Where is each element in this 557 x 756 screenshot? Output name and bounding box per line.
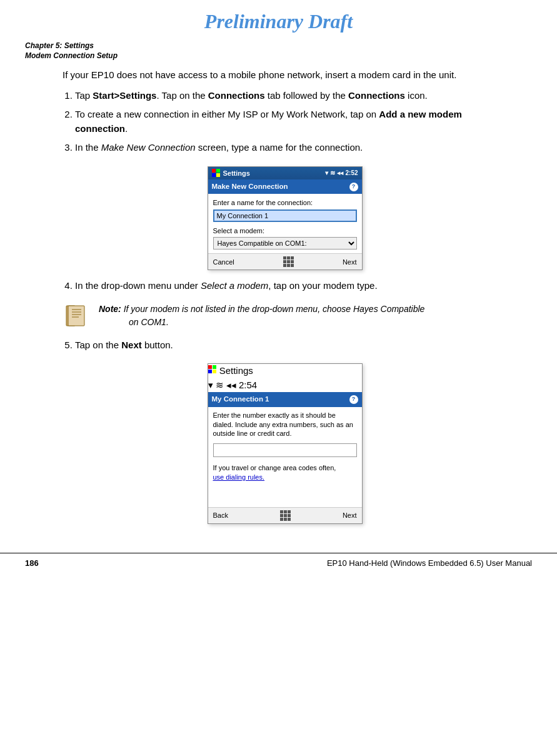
main-content: If your EP10 does not have access to a m… xyxy=(0,61,557,540)
svg-rect-0 xyxy=(212,169,216,173)
step-2: To create a new connection in either My … xyxy=(75,108,507,136)
page-number: 186 xyxy=(25,557,39,570)
windows-flag-icon-2 xyxy=(208,365,217,374)
device-screen-1: Settings ▾ ≋ ◂◂ 2:52 Make New Connection… xyxy=(208,166,363,271)
titlebar1-signal: ▾ xyxy=(325,168,328,178)
titlebar-1: Settings ▾ ≋ ◂◂ 2:52 xyxy=(208,167,362,180)
titlebar2-signal: ▾ xyxy=(208,380,213,390)
grid-icon-1[interactable] xyxy=(283,256,294,267)
screen1-input1[interactable] xyxy=(213,209,357,222)
titlebar2-volume: ◂◂ xyxy=(226,380,236,390)
book-icon xyxy=(63,302,90,330)
svg-rect-3 xyxy=(216,173,220,177)
step-5: Tap on the Next button. xyxy=(75,338,507,353)
screen1-subtitle: Make New Connection ? xyxy=(208,179,362,194)
titlebar2-wifi: ≋ xyxy=(216,380,224,390)
step-3: In the Make New Connection screen, type … xyxy=(75,141,507,155)
note-box: Note: If your modem is not listed in the… xyxy=(63,302,507,330)
screen2-footer: Back Next xyxy=(208,507,362,523)
screen1-label2: Select a modem: xyxy=(213,226,357,236)
screen2-next-btn[interactable]: Next xyxy=(343,510,357,521)
step4-container: In the drop-down menu under Select a mod… xyxy=(63,279,507,293)
help-icon-2[interactable]: ? xyxy=(349,395,358,404)
screen1-next-btn[interactable]: Next xyxy=(343,257,357,268)
screen1-cancel-btn[interactable]: Cancel xyxy=(213,257,234,268)
svg-rect-13 xyxy=(213,370,216,373)
svg-rect-12 xyxy=(208,370,212,373)
titlebar1-volume: ◂◂ xyxy=(337,168,343,178)
screenshot1-container: Settings ▾ ≋ ◂◂ 2:52 Make New Connection… xyxy=(63,166,507,271)
step-4: In the drop-down menu under Select a mod… xyxy=(75,279,507,293)
titlebar-2: Settings ▾ ≋ ◂◂ 2:54 xyxy=(208,364,362,392)
step-1: Tap Start>Settings. Tap on the Connectio… xyxy=(75,89,507,103)
svg-rect-1 xyxy=(216,169,220,173)
svg-rect-2 xyxy=(212,173,216,177)
page-title: Preliminary Draft xyxy=(0,6,557,36)
screen2-back-btn[interactable]: Back xyxy=(213,510,228,521)
titlebar2-app: Settings xyxy=(219,365,253,376)
screen1-modem-select[interactable]: Hayes Compatible on COM1: xyxy=(213,237,357,249)
device-screen-2: Settings ▾ ≋ ◂◂ 2:54 My Connection 1 ? E… xyxy=(208,363,363,523)
screen2-desc: Enter the number exactly as it should be… xyxy=(213,411,357,439)
step1-connections2: Connections xyxy=(348,90,405,101)
screen2-travel: If you travel or change area codes often… xyxy=(213,463,357,482)
screen1-footer: Cancel Next xyxy=(208,253,362,270)
screen1-body: Enter a name for the connection: Select … xyxy=(208,194,362,253)
step4-italic: Select a modem xyxy=(201,280,268,291)
titlebar2-time: 2:54 xyxy=(239,380,257,390)
section-line: Modem Connection Setup xyxy=(25,51,532,61)
screen2-dialing-rules-link[interactable]: use dialing rules. xyxy=(213,473,265,481)
note-text: Note: If your modem is not listed in the… xyxy=(99,302,424,330)
page-footer: 186 EP10 Hand-Held (Windows Embedded 6.5… xyxy=(0,553,557,573)
step5-container: Tap on the Next button. xyxy=(63,338,507,353)
screen2-subtitle: My Connection 1 ? xyxy=(208,392,362,406)
titlebar1-app: Settings xyxy=(223,168,250,179)
step1-start: Start>Settings xyxy=(93,90,156,101)
windows-flag-icon xyxy=(212,169,221,178)
step3-make-new: Make New Connection xyxy=(101,142,196,153)
titlebar1-time: 2:52 xyxy=(345,168,358,178)
help-icon-1[interactable]: ? xyxy=(349,183,358,191)
svg-rect-11 xyxy=(213,365,216,369)
screen2-body: Enter the number exactly as it should be… xyxy=(208,407,362,507)
svg-rect-10 xyxy=(208,365,212,369)
svg-rect-5 xyxy=(68,306,84,326)
page-header: Preliminary Draft xyxy=(0,0,557,39)
titlebar1-wifi: ≋ xyxy=(330,168,335,178)
step5-next: Next xyxy=(121,340,142,350)
step1-connections1: Connections xyxy=(208,90,265,101)
note-label: Note: xyxy=(99,304,121,314)
screenshot2-container: Settings ▾ ≋ ◂◂ 2:54 My Connection 1 ? E… xyxy=(63,363,507,523)
chapter-info: Chapter 5: Settings Modem Connection Set… xyxy=(0,39,557,61)
footer-text: EP10 Hand-Held (Windows Embedded 6.5) Us… xyxy=(327,557,532,570)
screen1-label1: Enter a name for the connection: xyxy=(213,198,357,208)
chapter-line: Chapter 5: Settings xyxy=(25,41,532,51)
steps-list: Tap Start>Settings. Tap on the Connectio… xyxy=(63,89,507,155)
grid-icon-2[interactable] xyxy=(280,510,291,521)
step2-add: Add a new modem connection xyxy=(75,109,462,134)
intro-paragraph: If your EP10 does not have access to a m… xyxy=(63,68,507,83)
screen2-number-input[interactable] xyxy=(213,443,357,457)
